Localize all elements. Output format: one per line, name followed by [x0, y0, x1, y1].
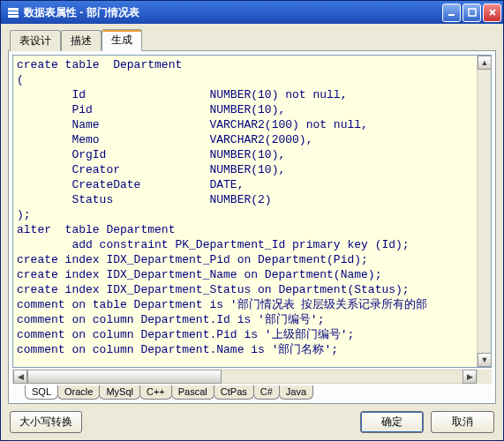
horizontal-scrollbar[interactable]: ◀ ▶ [12, 370, 478, 384]
dialog-window: 数据表属性 - 部门情况表 表设计 描述 生成 create table Dep… [0, 0, 504, 441]
lang-tab-c[interactable]: C++ [139, 385, 172, 400]
tab-label: 表设计 [19, 34, 51, 47]
vertical-scrollbar[interactable]: ▲ ▼ [477, 56, 491, 367]
titlebar[interactable]: 数据表属性 - 部门情况表 [1, 1, 503, 24]
tab-table-design[interactable]: 表设计 [10, 30, 61, 51]
close-button[interactable] [483, 4, 501, 22]
ok-button[interactable]: 确定 [360, 411, 424, 433]
scroll-corner [478, 370, 492, 384]
scroll-right-arrow[interactable]: ▶ [463, 370, 477, 384]
svg-rect-4 [469, 9, 476, 16]
tab-content-pane: create table Department ( Id NUMBER(10) … [8, 50, 496, 404]
lang-tab-sql[interactable]: SQL [25, 385, 58, 400]
minimize-button[interactable] [442, 4, 461, 22]
tab-label: 描述 [71, 34, 92, 47]
code-viewer: create table Department ( Id NUMBER(10) … [12, 55, 492, 368]
scroll-thumb[interactable] [27, 370, 222, 384]
top-tabstrip: 表设计 描述 生成 [8, 29, 496, 51]
lang-tab-ctpas[interactable]: CtPas [214, 385, 254, 400]
client-area: 表设计 描述 生成 create table Department ( Id N… [1, 24, 503, 440]
lang-tab-mysql[interactable]: MySql [99, 385, 140, 400]
lang-tab-c[interactable]: C# [253, 385, 280, 400]
app-icon [6, 5, 20, 19]
case-convert-button[interactable]: 大小写转换 [10, 411, 82, 433]
lang-tab-java[interactable]: Java [279, 385, 313, 400]
svg-rect-2 [8, 15, 19, 18]
svg-rect-1 [8, 11, 19, 14]
tab-generate[interactable]: 生成 [102, 29, 142, 51]
maximize-button[interactable] [463, 4, 481, 22]
svg-rect-3 [448, 14, 455, 16]
tab-description[interactable]: 描述 [61, 30, 102, 51]
scroll-up-arrow[interactable]: ▲ [478, 56, 492, 70]
scroll-left-arrow[interactable]: ◀ [13, 370, 27, 384]
code-text[interactable]: create table Department ( Id NUMBER(10) … [13, 56, 477, 367]
lang-tab-oracle[interactable]: Oracle [57, 385, 100, 400]
svg-rect-0 [8, 8, 19, 11]
window-title: 数据表属性 - 部门情况表 [24, 5, 442, 20]
cancel-button[interactable]: 取消 [431, 411, 494, 433]
bottom-tabstrip: SQLOracleMySqlC++PascalCtPasC#Java [12, 385, 492, 400]
tab-label: 生成 [111, 34, 132, 46]
footer-buttons: 大小写转换 确定 取消 [8, 404, 496, 433]
scroll-down-arrow[interactable]: ▼ [478, 353, 492, 367]
lang-tab-pascal[interactable]: Pascal [171, 385, 214, 400]
